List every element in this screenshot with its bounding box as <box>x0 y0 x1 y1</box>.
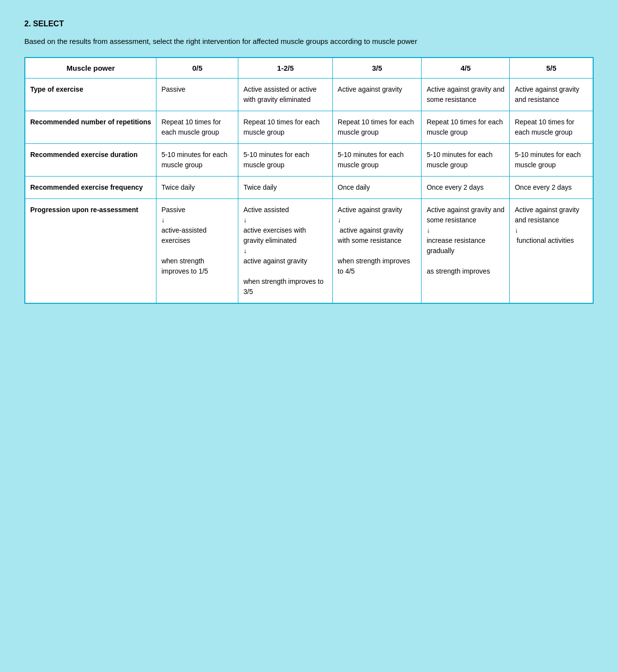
rep-0-5: Repeat 10 times for each muscle group <box>156 111 238 143</box>
type-3-5: Active against gravity <box>332 78 422 111</box>
repetitions-header: Recommended number of repetitions <box>25 111 156 143</box>
type-0-5: Passive <box>156 78 238 111</box>
muscle-power-header: Muscle power <box>25 58 156 79</box>
freq-0-5: Twice daily <box>156 176 238 198</box>
type-5-5: Active against gravity and resistance <box>510 78 593 111</box>
page-container: 2. SELECT Based on the results from asse… <box>10 10 608 314</box>
freq-4-5: Once every 2 days <box>422 176 510 198</box>
progression-header: Progression upon re-assessment <box>25 198 156 303</box>
prog-0-5: Passive ↓ active-assisted exercises when… <box>156 198 238 303</box>
freq-5-5: Once every 2 days <box>510 176 593 198</box>
col-header-3-5: 3/5 <box>332 58 422 79</box>
rep-3-5: Repeat 10 times for each muscle group <box>332 111 422 143</box>
rep-5-5: Repeat 10 times for each muscle group <box>510 111 593 143</box>
dur-4-5: 5-10 minutes for each muscle group <box>422 143 510 176</box>
rep-1-2-5: Repeat 10 times for each muscle group <box>238 111 332 143</box>
prog-4-5: Active against gravity and some resistan… <box>422 198 510 303</box>
rep-4-5: Repeat 10 times for each muscle group <box>422 111 510 143</box>
dur-0-5: 5-10 minutes for each muscle group <box>156 143 238 176</box>
frequency-header: Recommended exercise frequency <box>25 176 156 198</box>
type-1-2-5: Active assisted or active with gravity e… <box>238 78 332 111</box>
col-header-5-5: 5/5 <box>510 58 593 79</box>
col-header-4-5: 4/5 <box>422 58 510 79</box>
progression-row: Progression upon re-assessment Passive ↓… <box>25 198 593 303</box>
repetitions-row: Recommended number of repetitions Repeat… <box>25 111 593 143</box>
freq-3-5: Once daily <box>332 176 422 198</box>
header-row: Muscle power 0/5 1-2/5 3/5 4/5 5/5 <box>25 58 593 79</box>
type-of-exercise-row: Type of exercise Passive Active assisted… <box>25 78 593 111</box>
intervention-table: Muscle power 0/5 1-2/5 3/5 4/5 5/5 Type … <box>24 57 594 304</box>
col-header-0-5: 0/5 <box>156 58 238 79</box>
type-of-exercise-header: Type of exercise <box>25 78 156 111</box>
type-4-5: Active against gravity and some resistan… <box>422 78 510 111</box>
duration-row: Recommended exercise duration 5-10 minut… <box>25 143 593 176</box>
dur-1-2-5: 5-10 minutes for each muscle group <box>238 143 332 176</box>
frequency-row: Recommended exercise frequency Twice dai… <box>25 176 593 198</box>
col-header-1-2-5: 1-2/5 <box>238 58 332 79</box>
prog-5-5: Active against gravity and resistance ↓ … <box>510 198 593 303</box>
duration-header: Recommended exercise duration <box>25 143 156 176</box>
freq-1-2-5: Twice daily <box>238 176 332 198</box>
prog-1-2-5: Active assisted ↓ active exercises with … <box>238 198 332 303</box>
dur-3-5: 5-10 minutes for each muscle group <box>332 143 422 176</box>
section-title: 2. SELECT <box>24 20 594 28</box>
dur-5-5: 5-10 minutes for each muscle group <box>510 143 593 176</box>
prog-3-5: Active against gravity ↓ active against … <box>332 198 422 303</box>
section-description: Based on the results from assessment, se… <box>24 36 594 47</box>
